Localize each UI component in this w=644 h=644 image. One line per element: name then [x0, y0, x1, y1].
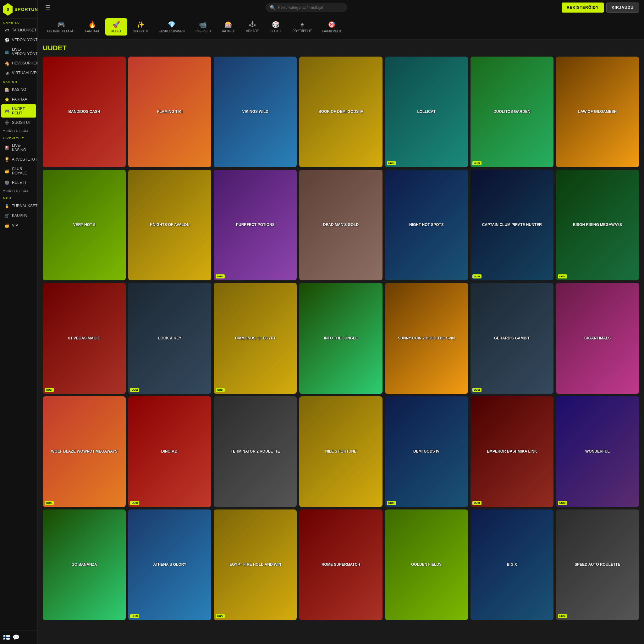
tab-suositut[interactable]: ✨ SUOSITUT — [129, 18, 153, 36]
register-button[interactable]: REKISTERÖIDY — [562, 3, 604, 13]
sidebar-item-uudet-pelit[interactable]: 🎮 UUDET PELIT — [1, 104, 36, 118]
sidebar-item-kauppa[interactable]: 🛒 KAUPPA — [1, 211, 36, 220]
tab-label-arkade: ARKADE — [246, 29, 259, 33]
medal-icon: 🏅 — [4, 203, 9, 208]
game-card-4[interactable]: BOOK OF DEMI GODS IV — [299, 57, 382, 167]
game-card-13[interactable]: CAPTAIN CLUM PIRATE HUNTER UUSI — [471, 170, 553, 280]
sidebar-item-club-royale[interactable]: 👑 CLUB ROYALE — [1, 164, 36, 178]
game-card-1[interactable]: BANDIDOS CASH — [43, 57, 126, 167]
chat-icon[interactable]: 💬 — [13, 634, 19, 641]
tab-slotit[interactable]: 🎲 SLOTIT — [265, 18, 287, 36]
live-show-more[interactable]: ▾ NÄYTÄ LISÄÄ — [0, 188, 37, 194]
game-card-29[interactable]: GO BANANZA — [43, 509, 126, 620]
page-title: UUDET — [43, 44, 639, 52]
sidebar-item-live-kasino[interactable]: 🎴 LIVE-KASINO — [1, 141, 36, 154]
sidebar: S SPORTUNA URHEILU 🏷 TARJOUKSET ⚽ VEDONL… — [0, 0, 38, 644]
badge-new-15: UUSI — [45, 388, 54, 392]
tab-uudet[interactable]: 🚀 UUDET — [105, 18, 127, 36]
game-card-34[interactable]: BIG X — [471, 509, 553, 620]
tab-live-pelit[interactable]: 📹 LIVE-PELIT — [190, 18, 216, 36]
gamepad-icon: 🎮 — [4, 108, 9, 113]
tab-poytapelit[interactable]: ♠ PÖYTÄPELIT — [288, 18, 316, 36]
kasino-show-more[interactable]: ▾ NÄYTÄ LISÄÄ — [0, 128, 37, 134]
game-bg-12: NIGHT HOT SPOTZ — [385, 170, 468, 280]
game-card-25[interactable]: NILE'S FORTUNE — [299, 396, 382, 507]
badge-new-31: UUSI — [216, 614, 225, 618]
game-title-25: NILE'S FORTUNE — [325, 449, 357, 454]
tab-icon-eksklusiivinen: 💎 — [168, 21, 176, 28]
game-card-9[interactable]: KNIGHTS OF AVALON — [128, 170, 211, 280]
game-card-14[interactable]: BISON RISING MEGAWAYS UUSI — [556, 170, 639, 280]
menu-toggle-button[interactable]: ☰ — [44, 3, 52, 12]
game-card-35[interactable]: Speed Auto ROULETTE UUSI — [556, 509, 639, 620]
game-card-18[interactable]: INTO THE JUNGLE — [299, 283, 382, 394]
tab-kaikki-pelit[interactable]: 🎯 KAIKKI PELIT — [317, 18, 346, 36]
sidebar-item-turnaukset[interactable]: 🏅 TURNAUKSET — [1, 201, 36, 211]
search-input[interactable] — [278, 5, 343, 10]
game-card-8[interactable]: VERY HOT 5 — [43, 170, 126, 280]
game-title-22: WOLF BLAZE WOWPOT MEGAWAYS — [51, 449, 118, 454]
tab-eksklusiivinen[interactable]: 💎 EKSKLUSIIVINEN — [154, 18, 189, 36]
logo-icon: S — [3, 3, 13, 16]
sidebar-item-ruletti[interactable]: 🎡 RULETTI — [1, 178, 36, 187]
sidebar-label-ruletti: RULETTI — [12, 180, 28, 185]
sidebar-item-tarjoukset[interactable]: 🏷 TARJOUKSET — [1, 25, 36, 35]
game-card-3[interactable]: VIKINGS WILD — [214, 57, 297, 167]
game-card-5[interactable]: LOLLICAT UUSI — [385, 57, 468, 167]
game-card-32[interactable]: ROME SUPERMATCH — [299, 509, 382, 620]
tab-icon-uudet: 🚀 — [112, 21, 120, 28]
tab-arkade[interactable]: 🕹 ARKADE — [241, 18, 263, 36]
sidebar-item-hevosurheilu[interactable]: 🐴 HEVOSURHEILU — [1, 58, 36, 68]
tab-pelinkehittajat[interactable]: 🎮 PELINKEHITTÄJÄT — [43, 18, 80, 36]
game-title-2: FLAMING TIKI — [157, 109, 183, 114]
sidebar-item-vedonlyonti[interactable]: ⚽ VEDONLYÖNTI — [1, 35, 36, 45]
game-card-15[interactable]: 81 VEGAS MAGIC UUSI — [43, 283, 126, 394]
game-card-16[interactable]: LOCK & KEY UUSI — [128, 283, 211, 394]
game-card-6[interactable]: DUOLITOS GARDEN UUSI — [471, 57, 553, 167]
login-button[interactable]: KIRJAUDU — [606, 3, 639, 13]
sidebar-item-kasino[interactable]: 🎰 KASINO — [1, 85, 36, 94]
tab-jackpot[interactable]: 🎰 JACKPOT — [217, 18, 240, 36]
casino-icon: 🎰 — [4, 87, 9, 92]
sidebar-label-live-kasino: LIVE-KASINO — [12, 143, 33, 152]
header: ☰ 🔍 REKISTERÖIDY KIRJAUDU — [38, 0, 644, 15]
game-card-31[interactable]: EGYPT FIRE HOLD AND WIN UUSI — [214, 509, 297, 620]
game-card-22[interactable]: WOLF BLAZE WOWPOT MEGAWAYS UUSI — [43, 396, 126, 507]
sidebar-item-arvostetut[interactable]: 🏆 ARVOSTETUT — [1, 155, 36, 164]
game-card-21[interactable]: GIGANTIMALS — [556, 283, 639, 394]
game-title-1: BANDIDOS CASH — [68, 109, 100, 114]
game-card-11[interactable]: DEAD MAN'S GOLD — [299, 170, 382, 280]
sidebar-item-suositut[interactable]: ➕ SUOSITUT — [1, 118, 36, 127]
sidebar-label-parhaat: PARHAAT — [12, 97, 29, 102]
game-card-33[interactable]: GOLDEN FIELDS — [385, 509, 468, 620]
game-bg-28: WONDERFUL — [556, 396, 639, 507]
sidebar-item-virtuaaliveodot[interactable]: 🖥 VIRTUAALIVEODOT — [1, 68, 36, 78]
sidebar-item-parhaat[interactable]: ⭐ PARHAAT — [1, 95, 36, 104]
game-card-17[interactable]: DIAMONDS OF EGYPT UUSI — [214, 283, 297, 394]
sidebar-label-kasino: KASINO — [12, 87, 26, 92]
game-card-20[interactable]: GERARD'S GAMBIT UUSI — [471, 283, 553, 394]
sidebar-label-arvostetut: ARVOSTETUT — [12, 157, 37, 162]
game-bg-33: GOLDEN FIELDS — [385, 509, 468, 620]
game-card-2[interactable]: FLAMING TIKI — [128, 57, 211, 167]
game-card-26[interactable]: DEMI GODS IV UUSI — [385, 396, 468, 507]
sidebar-item-vip[interactable]: 👑 VIP — [1, 221, 36, 230]
game-card-28[interactable]: WONDERFUL UUSI — [556, 396, 639, 507]
game-card-24[interactable]: TERMINATOR 2 ROULETTE — [214, 396, 297, 507]
game-card-12[interactable]: NIGHT HOT SPOTZ — [385, 170, 468, 280]
game-card-27[interactable]: EMPEROR BASHMIKA LINK UUSI — [471, 396, 553, 507]
game-card-19[interactable]: SUNNY COIN 2 HOLD THE SPIN — [385, 283, 468, 394]
tab-parhaat[interactable]: 🔥 PARHAAT — [81, 18, 104, 36]
game-bg-2: FLAMING TIKI — [128, 57, 211, 167]
roulette-icon: 🎡 — [4, 180, 9, 185]
game-title-6: DUOLITOS GARDEN — [493, 109, 530, 114]
game-card-7[interactable]: LAW OF GILGAMESH — [556, 57, 639, 167]
game-card-30[interactable]: ATHENA'S GLORY UUSI — [128, 509, 211, 620]
game-title-21: GIGANTIMALS — [584, 336, 611, 341]
language-icon[interactable]: 🇫🇮 — [3, 634, 10, 641]
section-label-muu: MUU — [0, 194, 37, 201]
sidebar-item-live-vedonlyonti[interactable]: 📺 LIVE-VEDONLYÖNTI — [1, 45, 36, 58]
game-card-10[interactable]: PURRFECT POTIONS UUSI — [214, 170, 297, 280]
game-title-30: ATHENA'S GLORY — [153, 562, 186, 567]
game-card-23[interactable]: DINO P.D. UUSI — [128, 396, 211, 507]
